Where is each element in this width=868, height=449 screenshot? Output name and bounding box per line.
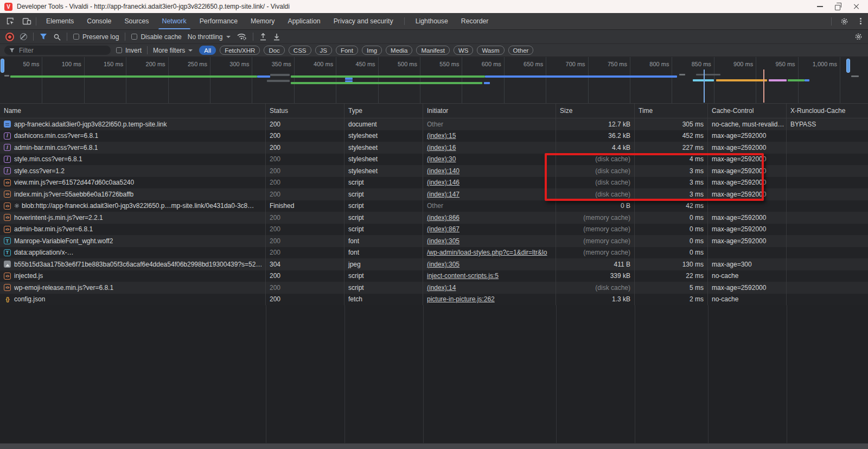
more-options-button[interactable]	[857, 18, 865, 24]
runcloud-cache-cell	[787, 212, 868, 224]
record-network-log-button[interactable]	[5, 33, 14, 41]
table-row[interactable]: hoverintent-js.min.js?ver=2.2.1200script…	[0, 212, 868, 224]
column-header-status[interactable]: Status	[266, 104, 344, 118]
inspect-element-button[interactable]	[3, 15, 17, 28]
filter-chip-fetch-xhr[interactable]: Fetch/XHR	[220, 46, 260, 55]
close-button[interactable]	[847, 1, 866, 12]
filter-input[interactable]	[18, 46, 106, 55]
request-name: config.json	[14, 295, 45, 303]
initiator-link[interactable]: (index):30	[427, 155, 456, 163]
table-row[interactable]: injected.js200scriptinject-content-scrip…	[0, 270, 868, 282]
preserve-log-checkbox[interactable]: Preserve log	[73, 33, 119, 41]
size-cell: 411 B	[556, 258, 635, 270]
table-row[interactable]: wp-emoji-release.min.js?ver=6.8.1200scri…	[0, 282, 868, 294]
initiator-link[interactable]: (index):866	[427, 214, 459, 222]
disable-cache-checkbox[interactable]: Disable cache	[131, 33, 181, 41]
maximize-button[interactable]	[829, 1, 847, 12]
status-cell: 200	[266, 282, 344, 294]
column-header-name[interactable]: Name	[0, 104, 266, 118]
search-button[interactable]	[53, 33, 61, 41]
filter-chip-img[interactable]: Img	[362, 46, 382, 55]
minimize-button[interactable]	[810, 1, 829, 12]
type-cell: font	[344, 247, 423, 259]
initiator-link[interactable]: (index):147	[427, 191, 459, 198]
filter-chip-all[interactable]: All	[199, 46, 216, 55]
table-row[interactable]: view.min.js?ver=61572d447d60c0aa5240200s…	[0, 177, 868, 189]
table-body: app-franecki.adait3ier0-jqp3v822l650.p.t…	[0, 118, 868, 305]
tab-elements[interactable]: Elements	[40, 13, 80, 29]
table-row[interactable]: style.css?ver=1.2200stylesheet(index):14…	[0, 165, 868, 177]
network-conditions-button[interactable]	[237, 33, 247, 41]
tab-memory[interactable]: Memory	[244, 13, 281, 29]
filter-chip-font[interactable]: Font	[336, 46, 358, 55]
filterbar-divider	[147, 46, 148, 54]
column-header-cache-control[interactable]: Cache-Control	[708, 104, 787, 118]
throttling-select[interactable]: No throttling	[188, 33, 231, 41]
initiator-link[interactable]: /wp-admin/load-styles.php?c=1&dir=ltr&lo	[427, 249, 547, 256]
initiator-link[interactable]: (index):14	[427, 284, 456, 292]
table-row[interactable]: b55b15d3aa175b3e6f71be883ba05f3c6acaf6e4…	[0, 258, 868, 270]
table-row[interactable]: index.min.js?ver=55aebb6e0a16726baffb200…	[0, 188, 868, 200]
table-row[interactable]: app-franecki.adait3ier0-jqp3v822l650.p.t…	[0, 118, 868, 130]
devtools-settings-button[interactable]	[837, 15, 851, 28]
initiator-link[interactable]: (index):305	[427, 237, 459, 245]
initiator-link[interactable]: (index):16	[427, 144, 456, 151]
export-har-button[interactable]	[273, 33, 280, 41]
initiator-link[interactable]: (index):15	[427, 132, 456, 140]
timeline-tick-label: 300 ms	[208, 61, 249, 67]
filter-chip-js[interactable]: JS	[315, 46, 332, 55]
table-row[interactable]: data:application/x-…200font/wp-admin/loa…	[0, 247, 868, 259]
size-cell: 36.2 kB	[556, 130, 635, 142]
event-line	[763, 69, 764, 103]
more-filters-dropdown[interactable]: More filters	[153, 47, 193, 54]
table-row[interactable]: admin-bar.min.js?ver=6.8.1200script(inde…	[0, 224, 868, 236]
timeline-overview[interactable]: 50 ms100 ms150 ms200 ms250 ms300 ms350 m…	[0, 57, 868, 104]
filter-chip-ws[interactable]: WS	[454, 46, 474, 55]
table-row[interactable]: dashicons.min.css?ver=6.8.1200stylesheet…	[0, 130, 868, 142]
initiator-link[interactable]: inject-content-scripts.js:5	[427, 272, 499, 280]
timeline-right-handle[interactable]	[846, 59, 850, 73]
import-har-button[interactable]	[259, 33, 267, 41]
tab-application[interactable]: Application	[281, 13, 327, 29]
type-cell: stylesheet	[344, 154, 423, 166]
tab-performance[interactable]: Performance	[193, 13, 244, 29]
clear-network-log-button[interactable]	[20, 33, 27, 40]
column-header-initiator[interactable]: Initiator	[423, 104, 556, 118]
filter-chip-manifest[interactable]: Manifest	[416, 46, 449, 55]
column-header-time[interactable]: Time	[635, 104, 708, 118]
tab-console[interactable]: Console	[80, 13, 118, 29]
initiator-link[interactable]: (index):867	[427, 225, 459, 233]
initiator-link[interactable]: (index):140	[427, 167, 459, 175]
filter-chip-other[interactable]: Other	[508, 46, 534, 55]
tab-privacy-and-security[interactable]: Privacy and security	[327, 13, 400, 29]
table-row[interactable]: admin-bar.min.css?ver=6.8.1200stylesheet…	[0, 142, 868, 154]
table-row[interactable]: blob:http://app-franecki.adait3ier0-jqp3…	[0, 200, 868, 212]
initiator-link[interactable]: (index):305	[427, 261, 459, 268]
type-cell: script	[344, 212, 423, 224]
table-row[interactable]: Manrope-VariableFont_wght.woff2200font(i…	[0, 235, 868, 247]
tab-recorder[interactable]: Recorder	[455, 13, 495, 29]
network-settings-button[interactable]	[854, 33, 863, 41]
table-row[interactable]: style.min.css?ver=6.8.1200stylesheet(ind…	[0, 154, 868, 166]
column-header-size[interactable]: Size	[556, 104, 635, 118]
filter-chip-doc[interactable]: Doc	[264, 46, 284, 55]
size-cell: 339 kB	[556, 270, 635, 282]
runcloud-cache-cell	[787, 282, 868, 294]
column-header-x-runcloud-cache[interactable]: X-Runcloud-Cache	[787, 104, 868, 118]
filter-toggle-button[interactable]	[40, 33, 47, 40]
table-row[interactable]: config.json200fetchpicture-in-picture.js…	[0, 294, 868, 306]
tab-network[interactable]: Network	[156, 13, 193, 29]
filter-chip-css[interactable]: CSS	[289, 46, 311, 55]
column-header-type[interactable]: Type	[344, 104, 423, 118]
timeline-left-handle[interactable]	[1, 59, 4, 73]
tab-lighthouse[interactable]: Lighthouse	[409, 13, 455, 29]
filter-chip-wasm[interactable]: Wasm	[477, 46, 504, 55]
initiator-link[interactable]: picture-in-picture.js:262	[427, 295, 495, 303]
invert-checkbox[interactable]: Invert	[116, 47, 142, 54]
horizontal-scrollbar[interactable]	[0, 443, 868, 449]
filter-chip-media[interactable]: Media	[386, 46, 412, 55]
initiator-link[interactable]: (index):146	[427, 179, 459, 186]
device-toolbar-button[interactable]	[20, 15, 34, 28]
cache-control-cell: max-age=2592000	[708, 154, 787, 166]
tab-sources[interactable]: Sources	[118, 13, 155, 29]
